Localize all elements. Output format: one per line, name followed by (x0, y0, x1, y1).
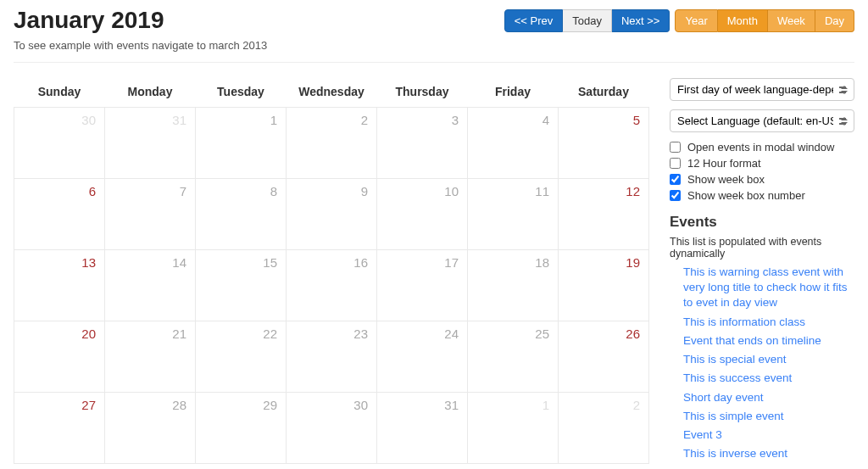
calendar-cell[interactable]: 7 (105, 179, 196, 250)
calendar-cell[interactable]: 13 (14, 250, 105, 321)
event-link[interactable]: This is success event (683, 371, 792, 386)
event-list-item: This is special event (683, 352, 854, 367)
view-month-button[interactable]: Month (718, 9, 768, 32)
nav-button-group: << Prev Today Next >> (504, 9, 670, 32)
calendar-cell[interactable]: 31 (105, 108, 196, 179)
event-link[interactable]: This is special event (683, 352, 787, 367)
event-link[interactable]: This is simple event (683, 409, 784, 424)
calendar-cell[interactable]: 1 (468, 393, 559, 464)
option-weekboxnum-checkbox[interactable] (670, 190, 681, 201)
calendar-cell[interactable]: 22 (196, 321, 287, 393)
day-number: 14 (172, 255, 186, 270)
day-number: 24 (444, 327, 459, 341)
day-number: 7 (180, 184, 186, 198)
calendar-day-header: Sunday (14, 78, 105, 108)
calendar-cell[interactable]: 19 (559, 250, 649, 321)
option-12hour-checkbox[interactable] (670, 158, 681, 169)
calendar-cell[interactable]: 29 (196, 393, 287, 464)
calendar-cell[interactable]: 1 (196, 108, 287, 179)
event-link[interactable]: Event 3 (683, 427, 722, 443)
first-day-select[interactable]: First day of week language-dependant (670, 78, 854, 101)
day-number: 19 (626, 255, 640, 270)
calendar-day-header: Saturday (559, 78, 649, 108)
event-list-item: This is simple event (683, 409, 854, 424)
calendar-cell[interactable]: 3 (377, 108, 468, 179)
day-number: 1 (542, 398, 549, 412)
calendar-cell[interactable]: 5 (559, 108, 649, 179)
calendar-cell[interactable]: 2 (287, 108, 377, 179)
calendar-cell[interactable]: 28 (105, 393, 196, 464)
calendar-cell[interactable]: 27 (14, 393, 105, 464)
day-number: 30 (353, 398, 368, 412)
day-number: 31 (172, 113, 186, 127)
day-number: 6 (89, 184, 96, 198)
calendar-cell[interactable]: 15 (196, 250, 287, 321)
view-button-group: Year Month Week Day (675, 9, 854, 32)
next-button[interactable]: Next >> (612, 9, 670, 32)
subtitle-text: To see example with events navigate to m… (14, 39, 854, 52)
language-select[interactable]: Select Language (default: en-US) (670, 109, 854, 132)
calendar-cell[interactable]: 16 (287, 250, 377, 321)
day-number: 25 (535, 327, 549, 341)
event-link[interactable]: This is inverse event (683, 446, 787, 461)
calendar-cell[interactable]: 9 (287, 179, 377, 250)
day-number: 30 (81, 113, 96, 127)
calendar-day-header: Friday (468, 78, 559, 108)
calendar-cell[interactable]: 31 (377, 393, 468, 464)
calendar-cell[interactable]: 4 (468, 108, 559, 179)
event-list-item: This is success event (683, 371, 854, 386)
day-number: 3 (452, 113, 459, 127)
day-number: 26 (626, 327, 640, 341)
calendar-cell[interactable]: 25 (468, 321, 559, 393)
view-year-button[interactable]: Year (675, 9, 717, 32)
calendar-cell[interactable]: 12 (559, 179, 649, 250)
calendar-cell[interactable]: 30 (14, 108, 105, 179)
event-link[interactable]: This is information class (683, 315, 805, 330)
event-link[interactable]: Short day event (683, 390, 764, 405)
view-week-button[interactable]: Week (768, 9, 815, 32)
calendar-table: SundayMondayTuesdayWednesdayThursdayFrid… (14, 78, 649, 464)
day-number: 28 (172, 398, 186, 412)
calendar-cell[interactable]: 30 (287, 393, 377, 464)
calendar-day-header: Wednesday (287, 78, 377, 108)
calendar-day-header: Tuesday (196, 78, 287, 108)
day-number: 8 (270, 184, 277, 198)
option-modal-checkbox[interactable] (670, 142, 681, 153)
calendar-cell[interactable]: 21 (105, 321, 196, 393)
calendar-cell[interactable]: 6 (14, 179, 105, 250)
calendar-cell[interactable]: 18 (468, 250, 559, 321)
view-day-button[interactable]: Day (815, 9, 854, 32)
prev-button[interactable]: << Prev (504, 9, 564, 32)
calendar-cell[interactable]: 8 (196, 179, 287, 250)
calendar-cell[interactable]: 26 (559, 321, 649, 393)
day-number: 20 (81, 327, 96, 341)
calendar-cell[interactable]: 20 (14, 321, 105, 393)
events-heading: Events (670, 214, 854, 231)
event-list-item: Event that ends on timeline (683, 333, 854, 349)
event-list-item: This is information class (683, 315, 854, 330)
event-list-item: Event 3 (683, 427, 854, 443)
day-number: 15 (263, 255, 277, 270)
option-12hour-row[interactable]: 12 Hour format (670, 157, 854, 170)
calendar-cell[interactable]: 10 (377, 179, 468, 250)
today-button[interactable]: Today (563, 9, 612, 32)
calendar-cell[interactable]: 24 (377, 321, 468, 393)
calendar-cell[interactable]: 14 (105, 250, 196, 321)
option-modal-row[interactable]: Open events in modal window (670, 141, 854, 154)
calendar-cell[interactable]: 17 (377, 250, 468, 321)
event-link[interactable]: Event that ends on timeline (683, 333, 821, 349)
header-divider (14, 62, 854, 63)
option-weekbox-checkbox[interactable] (670, 174, 681, 185)
event-link[interactable]: This is warning class event with very lo… (683, 265, 854, 311)
option-weekbox-row[interactable]: Show week box (670, 173, 854, 186)
day-number: 21 (172, 327, 186, 341)
calendar-cell[interactable]: 2 (559, 393, 649, 464)
day-number: 11 (535, 184, 549, 198)
option-weekboxnum-row[interactable]: Show week box number (670, 189, 854, 202)
day-number: 4 (542, 113, 549, 127)
day-number: 1 (270, 113, 277, 127)
calendar-cell[interactable]: 11 (468, 179, 559, 250)
calendar-cell[interactable]: 23 (287, 321, 377, 393)
events-description: This list is populated with events dynam… (670, 236, 854, 260)
day-number: 13 (81, 255, 96, 270)
